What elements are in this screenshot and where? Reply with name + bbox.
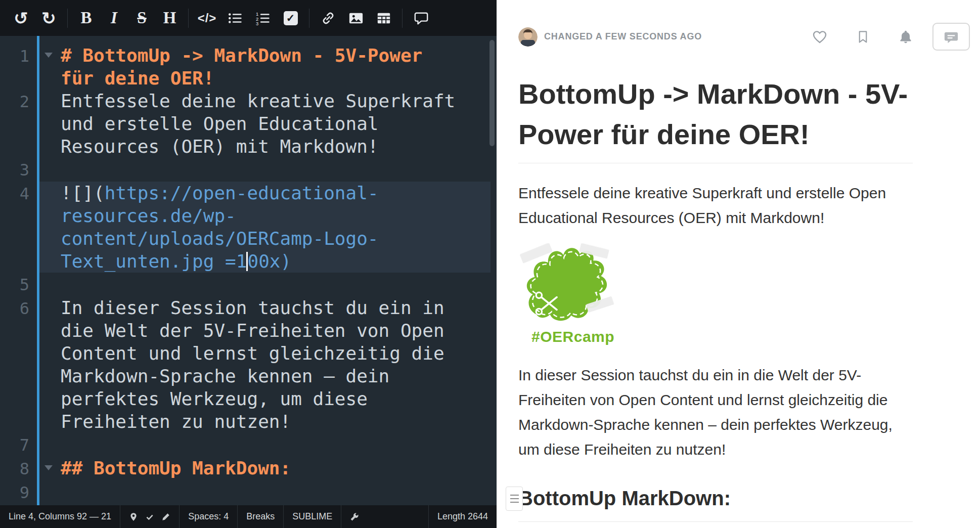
doc-title: BottomUp -> MarkDown - 5V-Power für dein… <box>518 74 913 163</box>
line-gutter: 6 <box>0 296 57 433</box>
notifications-button[interactable] <box>898 29 913 45</box>
statusbar-icons <box>120 505 179 528</box>
gutter-accent-bar <box>37 36 39 505</box>
brush-icon[interactable] <box>161 512 170 521</box>
line-text[interactable]: # BottomUp -> MarkDown - 5V-Power für de… <box>57 44 456 90</box>
keymap-label: SUBLIME <box>292 511 332 522</box>
unordered-list-button[interactable] <box>221 4 249 32</box>
line-gutter: 5 <box>0 273 57 296</box>
spaces-setting[interactable]: Spaces: 4 <box>179 505 237 528</box>
image-button[interactable] <box>342 4 370 32</box>
code-button[interactable]: </> <box>193 4 221 32</box>
image-icon <box>348 11 364 26</box>
editor-line[interactable]: 4![](https://open-educational-resources.… <box>0 182 497 273</box>
ordered-list-button[interactable]: 123 <box>249 4 277 32</box>
svg-text:3: 3 <box>255 21 258 26</box>
editor-line[interactable]: 1# BottomUp -> MarkDown - 5V-Power für d… <box>0 44 497 90</box>
pin-icon[interactable] <box>129 512 138 521</box>
editor-line[interactable]: 3 <box>0 158 497 182</box>
editor-line[interactable]: 7 <box>0 433 497 457</box>
split-grip[interactable] <box>506 487 523 511</box>
strikethrough-icon: S <box>137 9 146 27</box>
cursor-position: Line 4, Columns 92 — 21 <box>0 505 120 528</box>
breaks-setting[interactable]: Breaks <box>237 505 283 528</box>
doc-subtitle: BottomUp MarkDown: <box>518 484 913 522</box>
toolbar-separator <box>67 9 68 28</box>
line-text[interactable]: ## BottomUp MarkDown: <box>57 457 456 480</box>
fold-chevron-icon[interactable] <box>44 465 53 470</box>
line-text[interactable] <box>57 158 456 182</box>
line-text[interactable] <box>57 433 456 457</box>
like-button[interactable] <box>812 29 828 45</box>
line-number: 6 <box>0 297 29 320</box>
code-icon: </> <box>198 11 217 25</box>
editor-line[interactable]: 5 <box>0 273 497 296</box>
line-text[interactable]: Entfessele deine kreative Superkraft und… <box>57 90 456 158</box>
line-gutter: 2 <box>0 90 57 158</box>
heading-icon: H <box>163 9 176 27</box>
comment-bubble-icon <box>944 29 959 45</box>
line-gutter: 7 <box>0 433 57 457</box>
comment-icon <box>414 11 429 26</box>
italic-icon: I <box>111 9 117 27</box>
line-number: 1 <box>0 45 29 68</box>
line-gutter: 9 <box>0 480 57 504</box>
oercamp-logo-text: #OERcamp <box>531 328 913 345</box>
table-button[interactable] <box>370 4 397 32</box>
undo-button[interactable]: ↺ <box>7 4 35 32</box>
tools-setting[interactable] <box>341 505 368 528</box>
bookmark-icon <box>856 30 870 43</box>
rendered-document: BottomUp -> MarkDown - 5V-Power für dein… <box>518 74 913 522</box>
line-number: 3 <box>0 159 29 182</box>
table-icon <box>376 11 391 26</box>
line-gutter: 4 <box>0 182 57 273</box>
editor-line[interactable]: 2Entfessele deine kreative Superkraft un… <box>0 90 497 158</box>
line-number: 9 <box>0 481 29 504</box>
code-segment: In dieser Session tauchst du ein in die … <box>61 297 455 432</box>
breaks-label: Breaks <box>246 511 275 522</box>
link-button[interactable] <box>314 4 342 32</box>
line-gutter: 3 <box>0 158 57 182</box>
check-icon[interactable] <box>145 512 154 521</box>
heart-icon <box>812 29 828 45</box>
comment-button[interactable] <box>932 23 970 51</box>
heading-button[interactable]: H <box>156 4 184 32</box>
line-text[interactable] <box>57 273 456 296</box>
wrench-icon <box>350 512 359 521</box>
checklist-button[interactable]: ✓ <box>277 4 304 32</box>
doc-length-label: Length 2644 <box>437 511 488 522</box>
avatar[interactable] <box>518 27 538 47</box>
keymap-setting[interactable]: SUBLIME <box>283 505 341 528</box>
statusbar: Line 4, Columns 92 — 21 Spaces: 4 Breaks… <box>0 505 497 528</box>
toolbar-separator <box>402 9 403 28</box>
comment-button-editor[interactable] <box>407 4 435 32</box>
redo-button[interactable]: ↻ <box>35 4 63 32</box>
editor-scrollbar[interactable] <box>489 40 495 146</box>
checklist-icon: ✓ <box>284 11 298 25</box>
editor-line[interactable]: 6In dieser Session tauchst du ein in die… <box>0 296 497 433</box>
line-gutter: 10 <box>0 504 57 505</box>
italic-button[interactable]: I <box>100 4 128 32</box>
cursor-position-label: Line 4, Columns 92 — 21 <box>9 511 111 522</box>
bold-button[interactable]: B <box>72 4 100 32</box>
code-segment: https://open-educational-resources.de/wp… <box>61 183 379 272</box>
strikethrough-button[interactable]: S <box>128 4 156 32</box>
line-text[interactable] <box>57 480 456 504</box>
line-text[interactable]: **Verwahren & Vervielfältigen** <box>57 504 456 505</box>
line-text[interactable]: ![](https://open-educational-resources.d… <box>57 182 456 273</box>
editor-line[interactable]: 9 <box>0 480 497 504</box>
editor-line[interactable]: 10**Verwahren & Vervielfältigen** <box>0 504 497 505</box>
editor-line[interactable]: 8## BottomUp MarkDown: <box>0 457 497 480</box>
editor-toolbar: ↺ ↻ B I S H </> 123 ✓ <box>0 0 497 36</box>
bookmark-button[interactable] <box>856 30 870 43</box>
code-segment: ![]( <box>61 183 105 203</box>
toolbar-separator <box>188 9 189 28</box>
fold-chevron-icon[interactable] <box>44 53 53 58</box>
ordered-list-icon: 123 <box>255 11 271 26</box>
line-text[interactable]: In dieser Session tauchst du ein in die … <box>57 296 456 433</box>
code-segment: ## BottomUp MarkDown: <box>61 458 291 478</box>
toolbar-separator <box>309 9 309 28</box>
editor-lines: 1# BottomUp -> MarkDown - 5V-Power für d… <box>0 36 497 505</box>
line-number: 2 <box>0 91 29 113</box>
code-editor[interactable]: 1# BottomUp -> MarkDown - 5V-Power für d… <box>0 36 497 505</box>
